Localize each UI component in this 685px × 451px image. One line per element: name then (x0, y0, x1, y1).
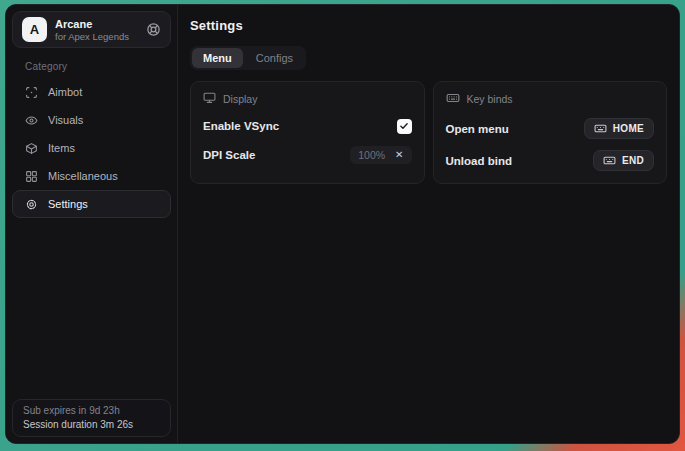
target-icon[interactable] (146, 22, 161, 37)
box-icon (25, 142, 38, 155)
sidebar-item-label: Visuals (48, 114, 83, 126)
display-card-title: Display (223, 93, 257, 105)
unload-keybind-button[interactable]: END (593, 150, 654, 171)
vsync-label: Enable VSync (203, 120, 279, 132)
keyboard-icon (446, 91, 460, 107)
tab-menu[interactable]: Menu (192, 48, 243, 68)
dpi-scale-input[interactable]: 100% ✕ (350, 146, 411, 164)
subscription-info-card: Sub expires in 9d 23h Session duration 3… (12, 399, 171, 437)
app-title-block: Arcane for Apex Legends (55, 18, 129, 42)
sidebar-nav: Aimbot Visuals Items (6, 78, 177, 218)
keybinds-card: Key binds Open menu HOME (433, 81, 668, 184)
gear-icon (25, 198, 38, 211)
sidebar-item-label: Miscellaneous (48, 170, 118, 182)
unload-bind-label: Unload bind (446, 155, 512, 167)
app-window: A Arcane for Apex Legends Category (5, 4, 680, 444)
crosshair-icon (25, 86, 38, 99)
sidebar-item-label: Items (48, 142, 75, 154)
keyboard-icon (603, 154, 616, 167)
unload-key: END (622, 155, 644, 166)
sidebar-item-label: Settings (48, 198, 88, 210)
sidebar: A Arcane for Apex Legends Category (6, 5, 178, 443)
sidebar-item-label: Aimbot (48, 86, 82, 98)
category-label: Category (25, 61, 177, 72)
sidebar-item-settings[interactable]: Settings (12, 190, 171, 218)
dpi-scale-row: DPI Scale 100% ✕ (203, 146, 412, 164)
sidebar-item-items[interactable]: Items (12, 134, 171, 162)
app-subtitle: for Apex Legends (55, 31, 129, 42)
keyboard-icon (594, 122, 607, 135)
clear-icon[interactable]: ✕ (395, 150, 403, 160)
keybinds-card-header: Key binds (446, 91, 655, 107)
dpi-scale-value: 100% (358, 149, 385, 161)
app-logo-letter: A (30, 22, 39, 37)
eye-icon (25, 114, 38, 127)
session-duration-text: Session duration 3m 26s (23, 419, 160, 430)
check-icon (399, 121, 409, 131)
sidebar-item-miscellaneous[interactable]: Miscellaneous (12, 162, 171, 190)
monitor-icon (203, 91, 216, 106)
open-menu-label: Open menu (446, 123, 509, 135)
keybinds-card-title: Key binds (467, 93, 513, 105)
tab-configs[interactable]: Configs (245, 48, 304, 68)
display-card: Display Enable VSync DPI Scale 100% ✕ (190, 81, 425, 184)
grid-icon (25, 170, 38, 183)
vsync-row: Enable VSync (203, 117, 412, 135)
sub-expiry-text: Sub expires in 9d 23h (23, 405, 160, 416)
account-card[interactable]: A Arcane for Apex Legends (12, 11, 171, 48)
unload-bind-row: Unload bind END (446, 150, 655, 171)
sidebar-item-visuals[interactable]: Visuals (12, 106, 171, 134)
main-content: Settings Menu Configs Display (178, 5, 679, 443)
app-name: Arcane (55, 18, 129, 30)
open-menu-key: HOME (613, 123, 644, 134)
sidebar-item-aimbot[interactable]: Aimbot (12, 78, 171, 106)
page-title: Settings (190, 18, 667, 33)
open-menu-row: Open menu HOME (446, 118, 655, 139)
tab-bar: Menu Configs (190, 46, 306, 70)
vsync-checkbox[interactable] (397, 119, 412, 134)
display-card-header: Display (203, 91, 412, 106)
app-logo: A (22, 17, 47, 42)
open-menu-keybind-button[interactable]: HOME (584, 118, 654, 139)
dpi-scale-label: DPI Scale (203, 149, 255, 161)
settings-cards: Display Enable VSync DPI Scale 100% ✕ (190, 81, 667, 184)
